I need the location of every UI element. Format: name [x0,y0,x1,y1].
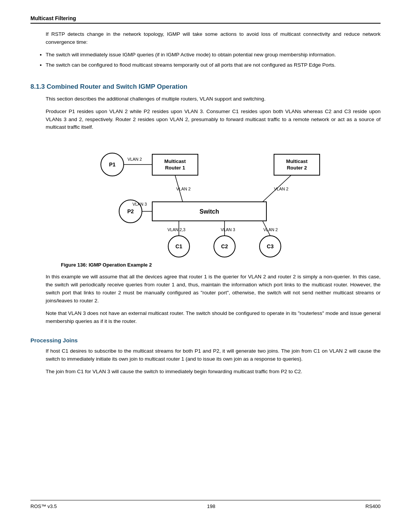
svg-text:VLAN 2: VLAN 2 [176,187,191,191]
section813-para3: In this example we will assume that all … [46,273,381,305]
svg-text:C3: C3 [267,243,274,249]
bullet-1: The switch will immediately issue IGMP q… [46,51,381,59]
section813-para2: Producer P1 resides upon VLAN 2 while P2… [46,108,381,132]
svg-text:VLAN 2,3: VLAN 2,3 [167,227,185,232]
page-header: Multicast Filtering [30,15,381,24]
intro-para1: If RSTP detects change in the network to… [46,30,381,46]
svg-text:C1: C1 [175,243,182,249]
svg-text:VLAN 3: VLAN 3 [221,227,235,232]
processing-joins-para2: The join from C1 for VLAN 3 will cause t… [46,368,381,376]
processing-joins-para1: If host C1 desires to subscribe to the m… [46,347,381,363]
svg-text:VLAN 2: VLAN 2 [263,227,278,232]
bullet-2: The switch can be configured to flood mu… [46,61,381,69]
svg-text:VLAN 3: VLAN 3 [132,202,147,206]
diagram-container: Switch Multicast Router 1 Multicast Rout… [30,143,381,259]
figure-caption: Figure 136: IGMP Operation Example 2 [61,262,381,268]
intro-bullets: The switch will immediately issue IGMP q… [46,51,381,72]
switch-label: Switch [199,208,219,215]
page: Multicast Filtering If RSTP detects chan… [0,0,411,532]
svg-text:Router 1: Router 1 [165,165,185,171]
svg-text:P1: P1 [109,161,115,168]
processing-joins-heading: Processing Joins [30,337,381,343]
page-footer: ROS™ v3.5 198 RS400 [30,500,381,509]
header-title: Multicast Filtering [30,15,76,21]
svg-text:C2: C2 [221,243,228,249]
footer-right: RS400 [365,503,381,509]
footer-left: ROS™ v3.5 [30,503,57,509]
section813-para4: Note that VLAN 3 does not have an extern… [46,310,381,326]
svg-text:VLAN 2: VLAN 2 [127,157,142,161]
svg-text:Router 2: Router 2 [287,165,307,171]
svg-text:Multicast: Multicast [164,158,186,164]
section813-para1: This section describes the additional ch… [46,95,381,103]
svg-text:VLAN 2: VLAN 2 [274,187,288,191]
svg-text:P2: P2 [127,208,134,214]
igmp-diagram: Switch Multicast Router 1 Multicast Rout… [76,143,335,259]
section-813-heading: 8.1.3 Combined Router and Switch IGMP Op… [30,83,381,91]
svg-text:Multicast: Multicast [286,158,308,164]
footer-center: 198 [207,503,215,509]
